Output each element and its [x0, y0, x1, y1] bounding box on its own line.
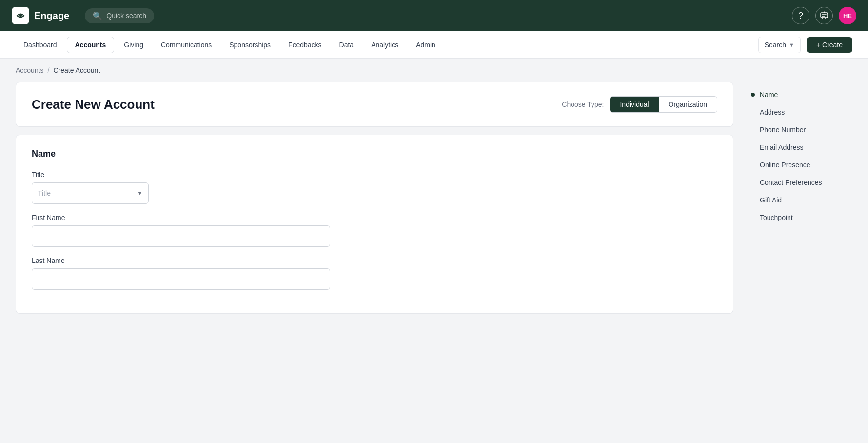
- nav-item-analytics[interactable]: Analytics: [363, 37, 406, 53]
- type-individual-button[interactable]: Individual: [610, 97, 658, 112]
- nav-item-giving[interactable]: Giving: [116, 37, 151, 53]
- user-avatar[interactable]: HE: [839, 7, 856, 24]
- nav-item-accounts[interactable]: Accounts: [67, 37, 115, 53]
- type-organization-button[interactable]: Organization: [659, 97, 717, 112]
- title-label: Title: [32, 171, 717, 179]
- svg-point-0: [19, 14, 22, 17]
- sidebar-item-name[interactable]: Name: [745, 86, 852, 103]
- app-title: Engage: [34, 10, 69, 21]
- title-field-group: Title Title Mr Mrs Ms Dr ▼: [32, 171, 717, 204]
- active-indicator: [751, 93, 755, 97]
- quick-search-bar[interactable]: 🔍 Quick search: [85, 8, 154, 23]
- notifications-button[interactable]: [815, 7, 833, 24]
- sidebar-label-online-presence: Online Presence: [760, 161, 810, 169]
- last-name-label: Last Name: [32, 257, 717, 264]
- sidebar-item-gift-aid[interactable]: Gift Aid: [745, 191, 852, 209]
- first-name-label: First Name: [32, 214, 717, 222]
- search-label: Search: [765, 41, 786, 49]
- breadcrumb: Accounts / Create Account: [0, 59, 868, 82]
- sidebar-nav-list: Name Address Phone Number Email Address …: [745, 86, 852, 226]
- type-chooser: Choose Type: Individual Organization: [562, 96, 717, 113]
- top-navbar: Engage 🔍 Quick search ? HE: [0, 0, 868, 31]
- title-select[interactable]: Title Mr Mrs Ms Dr: [32, 182, 149, 204]
- sidebar-item-touchpoint[interactable]: Touchpoint: [745, 209, 852, 226]
- nav-item-communications[interactable]: Communications: [153, 37, 219, 53]
- name-section-title: Name: [32, 149, 717, 159]
- nav-item-feedbacks[interactable]: Feedbacks: [280, 37, 329, 53]
- sidebar-label-touchpoint: Touchpoint: [760, 214, 793, 222]
- nav-actions: ? HE: [792, 7, 856, 24]
- breadcrumb-separator: /: [48, 66, 50, 74]
- sidebar-label-gift-aid: Gift Aid: [760, 196, 782, 204]
- help-button[interactable]: ?: [792, 7, 809, 24]
- title-select-wrapper: Title Mr Mrs Ms Dr ▼: [32, 182, 149, 204]
- sidebar-navigation: Name Address Phone Number Email Address …: [745, 82, 852, 322]
- nav-item-sponsorships[interactable]: Sponsorships: [221, 37, 278, 53]
- svg-rect-1: [821, 13, 828, 18]
- search-button[interactable]: Search ▼: [758, 37, 801, 53]
- sidebar-item-address[interactable]: Address: [745, 103, 852, 121]
- nav-item-admin[interactable]: Admin: [408, 37, 443, 53]
- search-icon: 🔍: [93, 11, 102, 20]
- chevron-down-icon: ▼: [789, 42, 794, 48]
- nav-item-dashboard[interactable]: Dashboard: [16, 37, 65, 53]
- page-title: Create New Account: [32, 97, 155, 112]
- last-name-input[interactable]: [32, 268, 330, 290]
- sidebar-label-phone-number: Phone Number: [760, 126, 806, 134]
- main-content: Create New Account Choose Type: Individu…: [0, 82, 868, 337]
- sidebar-item-contact-preferences[interactable]: Contact Preferences: [745, 174, 852, 191]
- form-container: Create New Account Choose Type: Individu…: [16, 82, 733, 322]
- sidebar-label-contact-preferences: Contact Preferences: [760, 179, 822, 186]
- secondary-navbar: Dashboard Accounts Giving Communications…: [0, 31, 868, 59]
- first-name-field-group: First Name: [32, 214, 717, 247]
- quick-search-label: Quick search: [106, 12, 146, 20]
- sidebar-label-email-address: Email Address: [760, 143, 803, 151]
- create-label: + Create: [816, 41, 843, 49]
- name-section: Name Title Title Mr Mrs Ms Dr ▼ First Na…: [16, 135, 733, 314]
- sidebar-label-name: Name: [760, 91, 778, 99]
- logo-area[interactable]: Engage: [12, 7, 69, 24]
- sidebar-item-online-presence[interactable]: Online Presence: [745, 156, 852, 174]
- breadcrumb-current-page: Create Account: [53, 66, 100, 74]
- last-name-field-group: Last Name: [32, 257, 717, 290]
- sidebar-item-email-address[interactable]: Email Address: [745, 139, 852, 156]
- page-header: Create New Account Choose Type: Individu…: [16, 82, 733, 127]
- breadcrumb-accounts-link[interactable]: Accounts: [16, 66, 44, 74]
- choose-type-label: Choose Type:: [562, 101, 604, 108]
- first-name-input[interactable]: [32, 225, 330, 247]
- account-type-toggle: Individual Organization: [610, 96, 717, 113]
- logo-icon: [12, 7, 29, 24]
- sidebar-item-phone-number[interactable]: Phone Number: [745, 121, 852, 139]
- create-button[interactable]: + Create: [807, 37, 852, 53]
- sidebar-label-address: Address: [760, 108, 785, 116]
- nav-item-data[interactable]: Data: [332, 37, 362, 53]
